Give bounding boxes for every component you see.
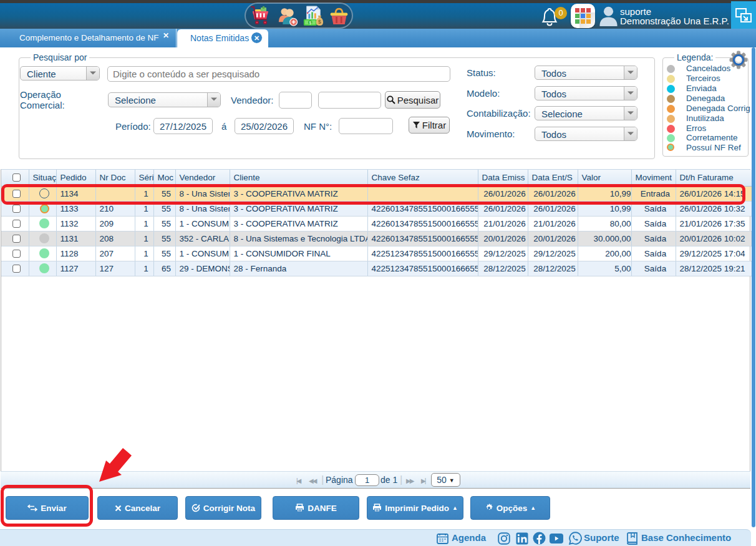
svg-text:$: $ bbox=[318, 19, 321, 25]
svg-text:$: $ bbox=[309, 21, 311, 26]
